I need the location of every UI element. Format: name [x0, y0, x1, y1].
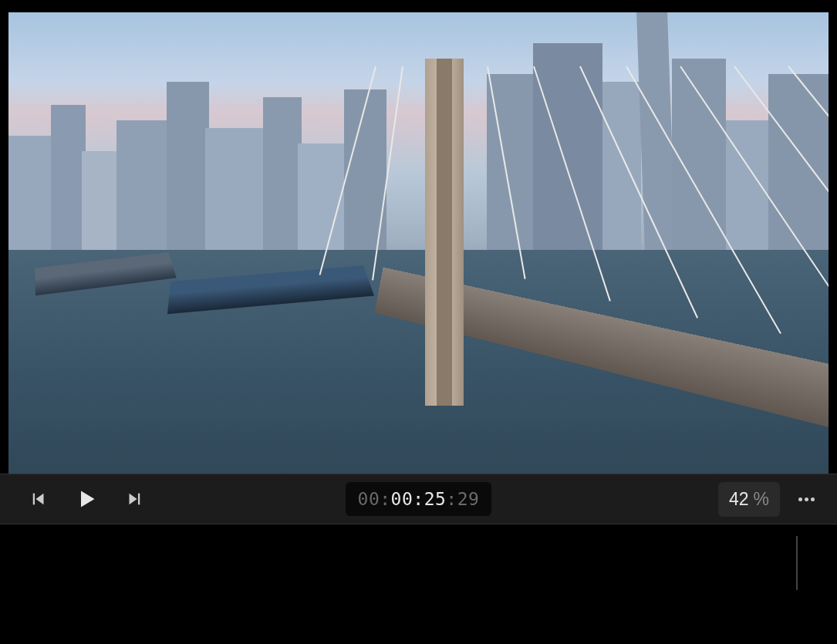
timecode-hours: 00: [358, 489, 391, 509]
playback-control-bar: 00: 00:25 : 29 42 % [0, 474, 837, 524]
skip-forward-icon [125, 491, 142, 507]
right-controls-group: 42 % [718, 482, 837, 517]
callout-line [796, 536, 798, 590]
timecode-main: 00:25 [391, 489, 447, 509]
zoom-value: 42 [729, 489, 749, 510]
svg-rect-1 [138, 494, 140, 505]
timecode-frames: 29 [457, 489, 480, 509]
video-content [8, 12, 829, 275]
timecode-display[interactable]: 00: 00:25 : 29 [346, 482, 492, 516]
zoom-level-field[interactable]: 42 % [718, 482, 780, 517]
skip-back-icon [31, 491, 48, 507]
more-options-button[interactable] [794, 497, 818, 501]
zoom-unit: % [754, 489, 769, 510]
video-player-window: 00: 00:25 : 29 42 % [0, 12, 837, 524]
next-button[interactable] [125, 491, 142, 507]
play-icon [76, 488, 97, 510]
timecode-separator: : [446, 489, 457, 509]
ellipsis-icon [798, 497, 815, 501]
play-button[interactable] [76, 488, 97, 510]
previous-button[interactable] [31, 491, 48, 507]
video-viewport[interactable] [8, 12, 829, 474]
svg-rect-0 [33, 494, 35, 505]
transport-controls [0, 488, 142, 510]
